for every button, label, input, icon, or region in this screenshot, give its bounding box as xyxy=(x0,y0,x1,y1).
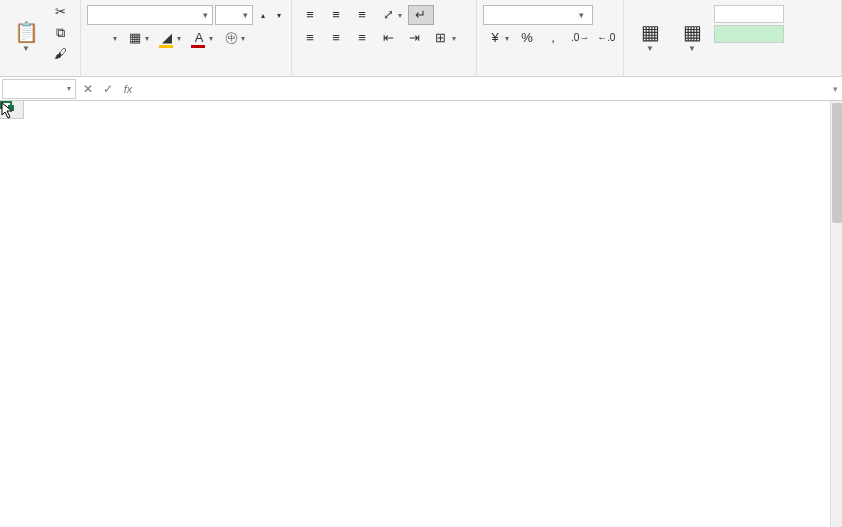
scrollbar-thumb[interactable] xyxy=(832,103,842,223)
italic-button[interactable] xyxy=(97,36,105,40)
number-format-input[interactable] xyxy=(484,9,574,21)
inc-decimal-icon: .0→ xyxy=(571,30,587,46)
border-button[interactable]: ▦▾ xyxy=(123,28,153,48)
comma-button[interactable]: , xyxy=(541,28,565,48)
cut-icon: ✂ xyxy=(52,4,68,20)
align-middle-button[interactable]: ≡ xyxy=(324,5,348,25)
font-color-icon: A xyxy=(191,30,207,46)
styles-group-label xyxy=(630,71,835,76)
currency-button[interactable]: ¥▾ xyxy=(483,28,513,48)
font-size-input[interactable] xyxy=(216,9,238,21)
spreadsheet-grid[interactable] xyxy=(0,101,842,527)
vertical-scrollbar[interactable] xyxy=(830,101,842,527)
align-top-icon: ≡ xyxy=(302,7,318,23)
insert-function-button[interactable]: fx xyxy=(118,83,138,95)
tablefmt-icon: ▦ xyxy=(680,20,704,44)
increase-indent-button[interactable]: ⇥ xyxy=(402,28,426,48)
table-format-button[interactable]: ▦ ▼ xyxy=(672,2,712,71)
condfmt-icon: ▦ xyxy=(638,20,662,44)
fx-icon: fx xyxy=(124,83,133,95)
alignment-group-label xyxy=(298,71,470,76)
phonetic-icon: ㊥ xyxy=(223,30,239,46)
chevron-down-icon: ▾ xyxy=(574,10,588,20)
indent-icon: ⇥ xyxy=(406,30,422,46)
align-right-icon: ≡ xyxy=(354,30,370,46)
merge-icon: ⊞ xyxy=(432,30,448,46)
wrap-icon: ↵ xyxy=(412,7,428,23)
wrap-text-button[interactable]: ↵ xyxy=(408,5,434,25)
ribbon: 📋 ▼ ✂ ⧉ 🖌 ▾ ▾ ▴ xyxy=(0,0,842,77)
font-color-button[interactable]: A▾ xyxy=(187,28,217,48)
align-center-button[interactable]: ≡ xyxy=(324,28,348,48)
border-icon: ▦ xyxy=(127,30,143,46)
close-icon: ✕ xyxy=(83,82,93,96)
cell-style-good[interactable] xyxy=(714,25,784,43)
active-cell[interactable] xyxy=(0,101,12,109)
align-bottom-icon: ≡ xyxy=(354,7,370,23)
orientation-button[interactable]: ⤢▾ xyxy=(376,5,406,25)
font-size-combo[interactable]: ▾ xyxy=(215,5,253,25)
align-center-icon: ≡ xyxy=(328,30,344,46)
percent-icon: % xyxy=(519,30,535,46)
group-font: ▾ ▾ ▴ ▾ ▾ ▦▾ ◢▾ A▾ ㊥▾ xyxy=(81,0,292,76)
decrease-font-button[interactable]: ▾ xyxy=(271,9,285,22)
align-top-button[interactable]: ≡ xyxy=(298,5,322,25)
group-styles: ▦ ▼ ▦ ▼ xyxy=(624,0,842,76)
group-alignment: ≡ ≡ ≡ ⤢▾ ↵ ≡ ≡ ≡ ⇤ ⇥ ⊞▾ xyxy=(292,0,477,76)
increase-font-button[interactable]: ▴ xyxy=(255,9,269,22)
font-group-label xyxy=(87,71,285,76)
copy-icon: ⧉ xyxy=(52,25,68,41)
copy-button[interactable]: ⧉ xyxy=(48,23,74,43)
group-number: ▾ ¥▾ % , .0→ ←.0 xyxy=(477,0,624,76)
brush-icon: 🖌 xyxy=(52,46,68,62)
align-middle-icon: ≡ xyxy=(328,7,344,23)
cancel-edit-button[interactable]: ✕ xyxy=(78,82,98,96)
number-group-label xyxy=(483,71,617,76)
font-name-combo[interactable]: ▾ xyxy=(87,5,213,25)
percent-button[interactable]: % xyxy=(515,28,539,48)
paste-button[interactable]: 📋 ▼ xyxy=(6,2,46,71)
group-clipboard: 📋 ▼ ✂ ⧉ 🖌 xyxy=(0,0,81,76)
chevron-down-icon: ▾ xyxy=(238,10,252,20)
align-bottom-button[interactable]: ≡ xyxy=(350,5,374,25)
decrease-decimal-button[interactable]: ←.0 xyxy=(593,28,617,48)
conditional-format-button[interactable]: ▦ ▼ xyxy=(630,2,670,71)
paste-icon: 📋 xyxy=(14,20,38,44)
currency-icon: ¥ xyxy=(487,30,503,46)
fill-icon: ◢ xyxy=(159,30,175,46)
align-left-icon: ≡ xyxy=(302,30,318,46)
underline-button[interactable]: ▾ xyxy=(107,32,121,45)
orientation-icon: ⤢ xyxy=(380,7,396,23)
format-painter-button[interactable]: 🖌 xyxy=(48,44,74,64)
formula-input[interactable] xyxy=(138,82,828,96)
increase-decimal-button[interactable]: .0→ xyxy=(567,28,591,48)
bold-button[interactable] xyxy=(87,36,95,40)
expand-formula-bar-button[interactable]: ▾ xyxy=(828,84,842,94)
comma-icon: , xyxy=(545,30,561,46)
outdent-icon: ⇤ xyxy=(380,30,396,46)
chevron-down-icon: ▾ xyxy=(198,10,212,20)
check-icon: ✓ xyxy=(103,82,113,96)
clipboard-group-label xyxy=(6,71,74,76)
font-name-input[interactable] xyxy=(88,9,198,21)
align-left-button[interactable]: ≡ xyxy=(298,28,322,48)
decrease-indent-button[interactable]: ⇤ xyxy=(376,28,400,48)
formula-bar: ▾ ✕ ✓ fx ▾ xyxy=(0,77,842,101)
cell-style-normal[interactable] xyxy=(714,5,784,23)
chevron-down-icon: ▾ xyxy=(67,84,71,93)
confirm-edit-button[interactable]: ✓ xyxy=(98,82,118,96)
fill-color-button[interactable]: ◢▾ xyxy=(155,28,185,48)
dec-decimal-icon: ←.0 xyxy=(597,30,613,46)
number-format-combo[interactable]: ▾ xyxy=(483,5,593,25)
phonetic-button[interactable]: ㊥▾ xyxy=(219,28,249,48)
name-box[interactable]: ▾ xyxy=(2,79,76,99)
merge-center-button[interactable]: ⊞▾ xyxy=(428,28,460,48)
align-right-button[interactable]: ≡ xyxy=(350,28,374,48)
cut-button[interactable]: ✂ xyxy=(48,2,74,22)
